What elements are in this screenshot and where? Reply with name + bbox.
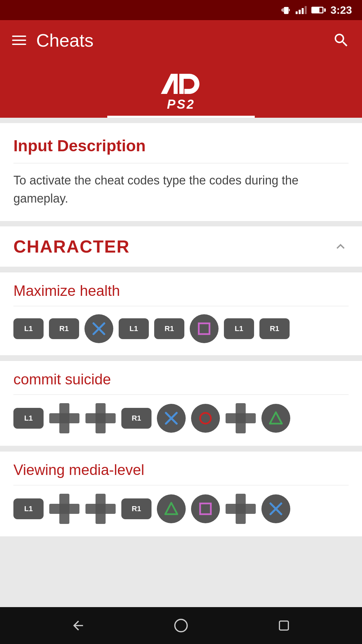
cheat-name-commit-suicide: commit suicide [13,371,349,388]
btn-l1-3: L1 [224,318,254,339]
btn-cs-circle [191,404,220,433]
btn-cs-r1: R1 [121,408,152,429]
btn-vm-dpad-1 [49,493,80,524]
btn-r1-3: R1 [259,318,290,339]
btn-cs-l1: L1 [13,408,44,429]
ps2-logo: PS2 [161,70,201,118]
character-section-header[interactable]: CHARACTER [0,226,362,267]
cheat-divider-2 [13,394,349,395]
input-description-card: Input Description To activate the cheat … [0,123,362,221]
svg-marker-0 [161,74,178,94]
btn-vm-triangle [157,494,186,523]
btn-vm-l1: L1 [13,498,44,519]
btn-l1-1: L1 [13,318,44,339]
btn-vm-dpad-3 [225,493,256,524]
cheat-item-commit-suicide: commit suicide L1 [0,361,362,446]
cheat-sequence-viewing-media: L1 R1 [13,493,349,524]
status-bar: 3:23 [0,0,362,20]
btn-cs-dpad-1 [49,403,80,434]
btn-cs-dpad-2 [85,403,116,434]
page-title: Cheats [36,30,322,51]
input-description-body: To activate the cheat codes type the cod… [13,171,349,208]
btn-r1-2: R1 [154,318,184,339]
btn-vm-dpad-2 [85,493,116,524]
signal-icon [296,6,307,14]
cheat-divider-3 [13,485,349,485]
cheat-name-viewing-media: Viewing media-level [13,462,349,478]
btn-l1-2: L1 [119,318,149,339]
btn-square-1 [190,314,219,343]
btn-cs-triangle [261,404,290,433]
btn-vm-r1: R1 [121,498,152,519]
nav-bar [0,607,362,644]
content-area: Input Description To activate the cheat … [0,118,362,607]
vibrate-icon [282,5,291,15]
ps2-banner: PS2 [0,60,362,118]
btn-r1-1: R1 [49,318,79,339]
search-button[interactable] [333,32,350,49]
menu-button[interactable] [12,36,26,45]
recents-button[interactable] [270,612,297,639]
svg-rect-13 [279,621,288,630]
btn-vm-x [261,494,290,523]
cheat-divider-1 [13,306,349,306]
cheat-name-maximize-health: Maximize health [13,282,349,299]
input-description-title: Input Description [13,137,349,155]
btn-cs-x [157,404,186,433]
btn-x-1 [84,314,113,343]
chevron-up-icon [333,238,349,255]
cheat-item-maximize-health: Maximize health L1 R1 L1 [0,272,362,355]
cheat-sequence-maximize-health: L1 R1 L1 R1 [13,314,349,343]
ps-logo-symbol [161,70,201,97]
btn-vm-square [191,494,220,523]
input-divider [13,163,349,163]
character-section-title: CHARACTER [13,236,130,257]
svg-marker-7 [270,412,282,424]
svg-point-6 [200,413,211,424]
battery-icon [311,7,326,13]
back-button[interactable] [65,612,92,639]
svg-rect-9 [200,503,211,514]
cheat-sequence-commit-suicide: L1 R1 [13,403,349,434]
tab-indicator [107,116,255,118]
svg-rect-3 [199,323,209,334]
status-icons: 3:23 [282,4,352,16]
status-time: 3:23 [330,4,352,16]
svg-point-12 [175,620,187,632]
ps2-text: PS2 [167,97,195,112]
cheat-item-viewing-media: Viewing media-level L1 [0,451,362,536]
home-button[interactable] [168,612,194,639]
btn-cs-dpad-3 [225,403,256,434]
app-bar: Cheats [0,20,362,60]
svg-marker-8 [165,503,177,514]
